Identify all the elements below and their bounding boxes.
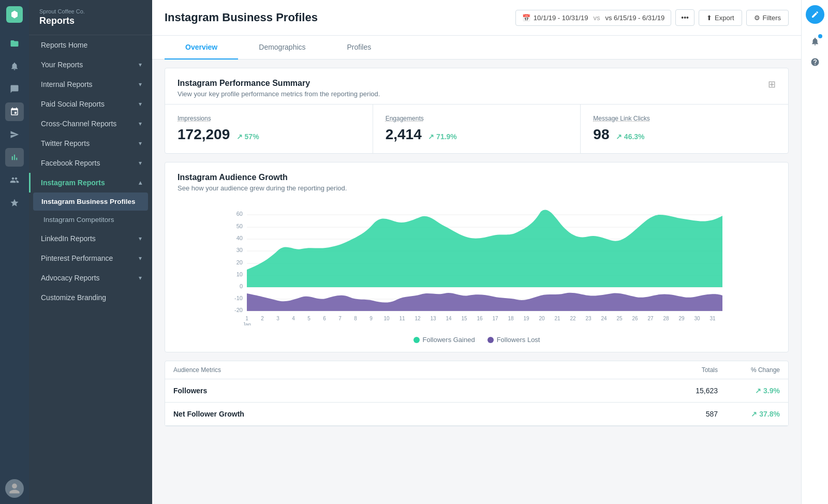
help-icon[interactable] [806, 53, 824, 71]
svg-text:-20: -20 [234, 307, 243, 313]
svg-text:13: 13 [430, 316, 436, 321]
chevron-down-icon: ▾ [139, 255, 142, 262]
nav-icon-people[interactable] [5, 171, 24, 189]
main-content: Overview Demographics Profiles Instagram… [152, 36, 801, 504]
net-follower-growth-total: 587 [645, 410, 718, 418]
sidebar-item-internal-reports[interactable]: Internal Reports ▾ [29, 75, 152, 94]
chart-legend: Followers Gained Followers Lost [165, 332, 788, 352]
export-button[interactable]: ⬆ Export [699, 10, 742, 26]
svg-text:0: 0 [240, 283, 243, 289]
nav-icon-chat[interactable] [5, 80, 24, 98]
sidebar-item-customize-branding[interactable]: Customize Branding [29, 288, 152, 307]
svg-text:11: 11 [399, 316, 405, 321]
followers-row-total: 15,623 [645, 387, 718, 395]
col-totals-label: Totals [645, 366, 718, 374]
nav-icon-send[interactable] [5, 125, 24, 144]
followers-gained-dot [413, 337, 420, 343]
performance-summary-card: Instagram Performance Summary View your … [165, 68, 789, 154]
nav-icon-bell[interactable] [5, 57, 24, 76]
engagements-label: Engagements [386, 115, 568, 122]
icon-bar [0, 0, 29, 504]
audience-metrics-header: Audience Metrics Totals % Change [165, 361, 788, 379]
audience-growth-title: Instagram Audience Growth [178, 173, 347, 182]
right-bar [801, 0, 828, 504]
sidebar-item-pinterest-performance[interactable]: Pinterest Performance ▾ [29, 248, 152, 268]
notification-badge [818, 34, 822, 38]
sidebar-subitem-instagram-business-profiles[interactable]: Instagram Business Profiles [33, 192, 148, 211]
sidebar-item-your-reports[interactable]: Your Reports ▾ [29, 55, 152, 75]
date-range-button[interactable]: 📅 10/1/19 - 10/31/19 vs vs 6/15/19 - 6/3… [515, 10, 671, 26]
svg-text:18: 18 [508, 316, 514, 321]
svg-text:28: 28 [663, 316, 669, 321]
chevron-down-icon: ▾ [139, 274, 142, 281]
sidebar-item-advocacy-reports[interactable]: Advocacy Reports ▾ [29, 268, 152, 288]
sidebar-item-facebook-reports[interactable]: Facebook Reports ▾ [29, 153, 152, 173]
chevron-down-icon: ▾ [139, 100, 142, 108]
compose-button[interactable] [806, 5, 824, 24]
impressions-value: 172,209 ↗ 57% [178, 126, 360, 143]
filters-button[interactable]: ⚙ Filters [746, 10, 789, 26]
svg-text:6: 6 [323, 316, 326, 321]
svg-text:40: 40 [236, 235, 243, 241]
notifications-icon[interactable] [806, 32, 824, 51]
sidebar-subitem-instagram-competitors[interactable]: Instagram Competitors [29, 211, 152, 229]
engagements-value: 2,414 ↗ 71.9% [386, 126, 568, 143]
svg-text:30: 30 [236, 247, 243, 253]
main-header: Instagram Business Profiles 📅 10/1/19 - … [152, 0, 801, 36]
export-icon: ⬆ [706, 14, 712, 22]
nav-icon-folder[interactable] [5, 34, 24, 53]
more-options-button[interactable]: ••• [675, 9, 694, 26]
svg-text:2: 2 [261, 316, 264, 321]
performance-summary-desc: View your key profile performance metric… [178, 90, 380, 98]
svg-text:1: 1 [245, 316, 248, 321]
svg-text:10: 10 [236, 271, 243, 277]
svg-text:16: 16 [477, 316, 483, 321]
svg-text:60: 60 [236, 211, 243, 217]
tab-profiles[interactable]: Profiles [327, 36, 392, 60]
sidebar-item-cross-channel-reports[interactable]: Cross-Channel Reports ▾ [29, 114, 152, 134]
tab-overview[interactable]: Overview [165, 36, 238, 60]
chevron-down-icon: ▾ [139, 81, 142, 88]
impressions-label: Impressions [178, 115, 360, 122]
svg-text:14: 14 [446, 316, 452, 321]
chevron-down-icon: ▾ [139, 61, 142, 68]
nav-icon-chart[interactable] [5, 148, 24, 167]
svg-text:7: 7 [338, 316, 342, 321]
nav-icon-pin[interactable] [5, 102, 24, 121]
grid-icon[interactable]: ⊞ [768, 79, 776, 90]
audience-growth-header: Instagram Audience Growth See how your a… [165, 162, 788, 198]
nav-icon-star[interactable] [5, 194, 24, 212]
chevron-down-icon: ▾ [139, 235, 142, 242]
svg-text:15: 15 [461, 316, 467, 321]
svg-text:Jan: Jan [243, 322, 251, 325]
svg-text:3: 3 [276, 316, 279, 321]
sidebar-item-twitter-reports[interactable]: Twitter Reports ▾ [29, 134, 152, 153]
sidebar-item-paid-social-reports[interactable]: Paid Social Reports ▾ [29, 94, 152, 114]
legend-followers-gained: Followers Gained [413, 336, 475, 344]
performance-summary-title: Instagram Performance Summary [178, 79, 380, 88]
svg-text:24: 24 [601, 316, 607, 321]
svg-text:27: 27 [647, 316, 654, 321]
user-avatar[interactable] [5, 479, 24, 498]
svg-text:12: 12 [415, 316, 421, 321]
app-logo[interactable] [6, 6, 23, 23]
audience-growth-chart: 60 50 40 30 20 10 0 -10 -20 [178, 206, 776, 325]
tab-demographics[interactable]: Demographics [238, 36, 326, 60]
net-follower-growth-label: Net Follower Growth [173, 410, 645, 418]
chevron-down-icon: ▾ [139, 140, 142, 147]
svg-text:21: 21 [554, 316, 560, 321]
date-range-text: 10/1/19 - 10/31/19 [534, 14, 588, 22]
chevron-down-icon: ▾ [139, 120, 142, 127]
tab-bar: Overview Demographics Profiles [152, 36, 801, 60]
sidebar-header: Sprout Coffee Co. Reports [29, 0, 152, 35]
followers-lost-dot [487, 337, 494, 343]
sidebar-item-instagram-reports[interactable]: Instagram Reports ▴ [29, 173, 152, 192]
sidebar-item-linkedin-reports[interactable]: LinkedIn Reports ▾ [29, 229, 152, 248]
followers-lost-area [247, 293, 722, 311]
col-change-label: % Change [718, 366, 780, 374]
svg-text:22: 22 [570, 316, 576, 321]
sidebar-item-reports-home[interactable]: Reports Home [29, 35, 152, 55]
col-metric-label: Audience Metrics [173, 366, 645, 374]
legend-followers-lost: Followers Lost [487, 336, 540, 344]
net-follower-growth-change: ↗ 37.8% [718, 410, 780, 418]
